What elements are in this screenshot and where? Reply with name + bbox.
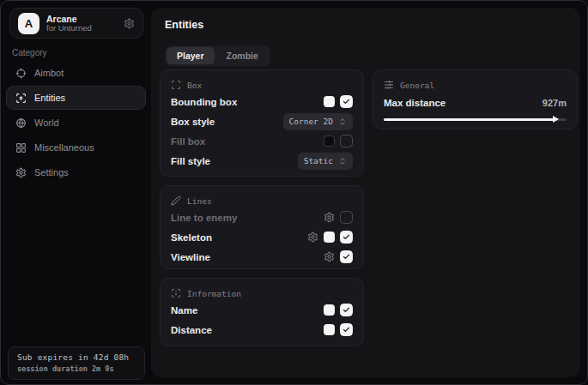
page-title: Entities (165, 19, 203, 31)
entities-icon (15, 93, 27, 104)
sidebar-item-label: Settings (34, 167, 69, 177)
setting-row: Name (171, 300, 353, 320)
setting-label: Bounding box (171, 97, 237, 107)
sub-expiry-text: Sub expires in 42d 08h (17, 352, 136, 362)
setting-label: Fill box (171, 136, 205, 147)
color-swatch[interactable] (324, 324, 335, 335)
brand-settings-button[interactable] (124, 18, 135, 29)
setting-label: Fill style (171, 156, 210, 166)
session-duration-text: session duration 2m 9s (17, 364, 136, 373)
chevrons-up-down-icon (338, 117, 347, 126)
setting-row: Bounding box (171, 92, 353, 111)
row-settings-button[interactable] (324, 212, 335, 223)
box-scan-icon (171, 80, 181, 90)
gear-icon (15, 167, 27, 178)
setting-label: Box style (171, 117, 215, 127)
category-label: Category (12, 48, 47, 57)
setting-label: Name (171, 305, 197, 316)
checkbox[interactable] (340, 231, 353, 244)
setting-row: Skeleton (171, 227, 353, 247)
lines-card: Lines Line to enemy Skeleton Viewline (160, 185, 364, 269)
color-swatch[interactable] (324, 232, 335, 243)
setting-label: Viewline (171, 252, 210, 262)
setting-row: Distance (171, 320, 353, 340)
checkbox[interactable] (340, 95, 353, 108)
card-title: General (400, 81, 434, 90)
check-icon (342, 326, 350, 334)
pencil-icon (171, 196, 181, 206)
brand-card: A Arcane for Unturned (9, 8, 143, 39)
sliders-icon (384, 80, 394, 90)
row-settings-button[interactable] (307, 232, 318, 243)
slider-fill-and-thumb[interactable] (384, 118, 554, 121)
grid-icon (15, 142, 27, 153)
sidebar-item-entities[interactable]: Entities (6, 86, 146, 110)
brand-name: Arcane (46, 14, 117, 24)
gear-icon (124, 18, 135, 29)
tab-player[interactable]: Player (167, 47, 215, 64)
color-swatch[interactable] (324, 96, 335, 107)
max-distance-value: 927m (543, 98, 567, 108)
gear-icon (324, 251, 335, 262)
dropdown-value: Static (304, 156, 333, 165)
brand-logo: A (18, 13, 39, 34)
main-panel: Entities Player Zombie Box Bounding box … (151, 8, 580, 377)
checkbox[interactable] (340, 211, 353, 224)
sidebar-item-label: Aimbot (34, 68, 64, 78)
card-title: Box (187, 81, 202, 90)
card-title: Lines (187, 196, 212, 206)
setting-label: Distance (171, 325, 212, 335)
card-title: Information (187, 289, 241, 298)
info-scan-icon (171, 288, 181, 298)
globe-icon (15, 117, 27, 129)
sidebar: A Arcane for Unturned Category Aimbot En… (1, 1, 151, 384)
chevrons-up-down-icon (338, 157, 347, 165)
sidebar-item-label: World (34, 117, 59, 128)
general-card: General Max distance 927m (373, 69, 578, 129)
brand-subtitle: for Unturned (46, 24, 117, 33)
color-swatch[interactable] (324, 304, 335, 316)
information-card: Information Name Distance (160, 278, 364, 346)
dropdown-value: Corner 2D (289, 117, 333, 126)
sidebar-item-world[interactable]: World (6, 111, 146, 135)
checkbox[interactable] (340, 135, 353, 147)
checkbox[interactable] (340, 304, 353, 316)
color-swatch[interactable] (324, 135, 335, 147)
check-icon (342, 98, 350, 105)
max-distance-label: Max distance (384, 98, 446, 108)
sidebar-item-settings[interactable]: Settings (6, 160, 146, 184)
box-style-dropdown[interactable]: Corner 2D (283, 113, 353, 130)
check-icon (342, 306, 350, 314)
sidebar-item-label: Entities (34, 93, 65, 103)
max-distance-slider[interactable] (384, 115, 567, 123)
check-icon (342, 253, 350, 261)
checkbox[interactable] (340, 250, 353, 263)
sidebar-nav: Aimbot Entities World Miscellaneous Sett… (6, 61, 146, 184)
tab-zombie[interactable]: Zombie (216, 47, 269, 64)
setting-label: Skeleton (171, 232, 212, 243)
sidebar-item-label: Miscellaneous (34, 142, 94, 153)
entity-type-tabs: Player Zombie (165, 45, 270, 66)
gear-icon (324, 212, 335, 223)
gear-icon (307, 232, 318, 243)
fill-style-dropdown[interactable]: Static (298, 153, 353, 170)
checkbox[interactable] (340, 323, 353, 336)
setting-row: Fill box (171, 131, 353, 151)
setting-row: Line to enemy (171, 208, 353, 227)
setting-row: Fill style Static (171, 151, 353, 171)
row-settings-button[interactable] (324, 251, 335, 262)
crosshair-icon (15, 68, 27, 79)
setting-label: Line to enemy (171, 213, 237, 223)
setting-row: Box style Corner 2D (171, 111, 353, 131)
subscription-info-card: Sub expires in 42d 08h session duration … (8, 346, 145, 380)
check-icon (342, 233, 350, 241)
setting-row: Viewline (171, 247, 353, 267)
sidebar-item-miscellaneous[interactable]: Miscellaneous (6, 135, 146, 159)
sidebar-item-aimbot[interactable]: Aimbot (6, 61, 146, 85)
app-window: A Arcane for Unturned Category Aimbot En… (0, 0, 588, 385)
box-card: Box Bounding box Box style Corner 2D (160, 69, 364, 177)
